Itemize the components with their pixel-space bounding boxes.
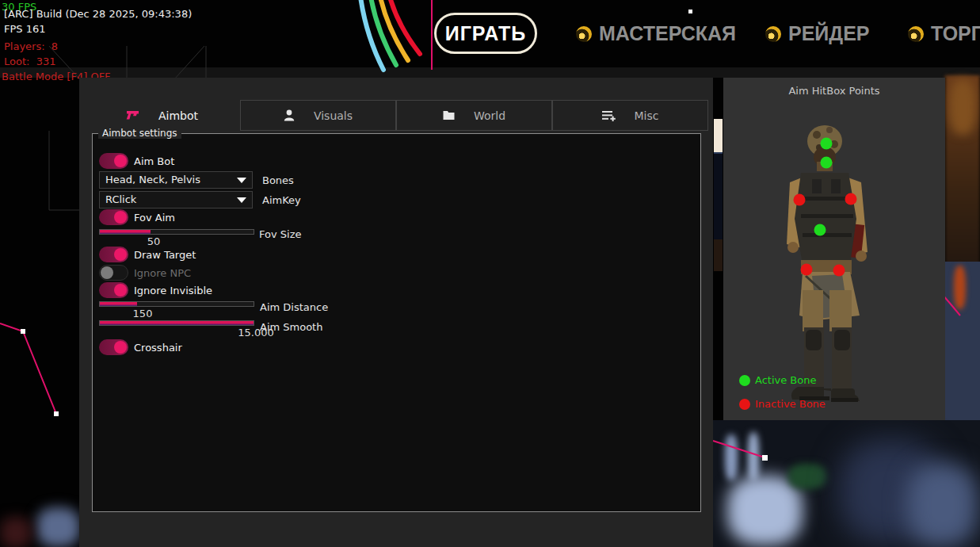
hitbox-dot-neck[interactable] [821, 157, 833, 169]
aim-smooth-slider[interactable] [99, 320, 254, 326]
hitbox-dots [723, 78, 945, 420]
hitbox-points-panel: Aim HitBox Points [723, 78, 945, 420]
background-blue-shadow [840, 440, 943, 543]
ignore-invisible-toggle[interactable] [99, 282, 128, 298]
fps-counter-text: FPS 161 [4, 23, 46, 35]
toggle-knob [114, 155, 127, 167]
fov-aim-label: Fov Aim [134, 212, 175, 224]
coin-icon [765, 26, 781, 42]
nav-item-market-clip: ТОРГО [903, 0, 980, 63]
background-bottom-left-red [0, 517, 32, 547]
draw-target-label: Draw Target [134, 249, 196, 261]
chevron-down-icon [237, 178, 246, 183]
crosshair-toggle[interactable] [99, 339, 128, 355]
group-title: Aimbot settings [98, 128, 181, 139]
toggle-knob [114, 248, 127, 261]
hitbox-dot-right-hip[interactable] [833, 265, 845, 277]
build-info-text: [ARC] Build (Dec 28 2025, 09:43:38) [4, 8, 192, 20]
nav-item-workshop[interactable]: МАСТЕРСКАЯ [576, 22, 736, 45]
playlist-add-icon [602, 110, 616, 121]
nav-label: МАСТЕРСКАЯ [599, 22, 736, 45]
legend-inactive-bone: Inactive Bone [739, 398, 826, 410]
aim-bot-toggle[interactable] [99, 153, 128, 169]
fov-size-slider[interactable] [99, 229, 254, 235]
hitbox-dot-head[interactable] [821, 138, 833, 150]
chevron-down-icon [237, 197, 246, 203]
tab-label: World [474, 109, 505, 122]
folder-icon [443, 110, 455, 120]
hitbox-dot-pelvis[interactable] [814, 224, 826, 236]
legend-label: Active Bone [755, 374, 816, 386]
bones-dropdown-value: Head, Neck, Pelvis [105, 174, 200, 186]
background-lower-scene [713, 420, 980, 547]
tab-label: Misc [635, 109, 659, 122]
loot-counter-text: Loot: 331 [4, 55, 55, 67]
background-window-glow-1 [725, 434, 738, 480]
ignore-invisible-label: Ignore Invisible [134, 285, 212, 296]
players-counter-text: Players: 8 [4, 40, 58, 52]
draw-target-toggle[interactable] [99, 247, 128, 262]
fov-aim-toggle[interactable] [99, 209, 128, 225]
background-snow-glow [727, 476, 803, 545]
background-blue-wall [907, 464, 978, 547]
nav-item-market[interactable]: ТОРГО [908, 22, 980, 45]
tab-label: Visuals [314, 109, 353, 122]
toggle-knob [114, 211, 127, 224]
pistol-icon [126, 110, 139, 120]
toggle-knob [114, 284, 127, 296]
background-rock [945, 75, 980, 266]
coin-icon [908, 26, 924, 42]
bones-label: Bones [262, 174, 294, 186]
aim-bot-label: Aim Bot [134, 155, 174, 167]
aim-distance-slider[interactable] [99, 301, 254, 307]
toggle-knob [114, 341, 127, 354]
cheat-menu-panel: Aimbot Visuals World [79, 78, 713, 547]
tab-label: Aimbot [158, 109, 198, 122]
play-button[interactable]: ИГРАТЬ [434, 13, 537, 54]
hitbox-dot-left-hip[interactable] [801, 264, 813, 276]
background-rock-highlight [949, 79, 976, 135]
inactive-bone-dot-icon [739, 399, 750, 410]
coin-icon [576, 26, 592, 42]
nav-item-raider[interactable]: РЕЙДЕР [765, 22, 869, 45]
ignore-npc-toggle[interactable] [99, 265, 128, 281]
game-screen: 30 FPS [ARC] Build (Dec 28 2025, 09:43:3… [0, 0, 980, 547]
background-bottom-left-glow [36, 507, 80, 547]
tab-misc[interactable]: Misc [552, 100, 708, 131]
hitbox-dot-right-shoulder[interactable] [845, 193, 857, 205]
slider-fill [100, 302, 137, 306]
person-icon [284, 109, 295, 121]
toggle-knob [101, 266, 113, 279]
aimbot-settings-group: Aimbot settings Aim Bot Head, Neck, Pelv… [92, 133, 701, 512]
aimkey-label: AimKey [262, 194, 301, 206]
background-gap-light [714, 119, 723, 152]
aimkey-dropdown-value: RClick [105, 193, 136, 205]
aim-smooth-label: Aim Smooth [260, 321, 322, 333]
slider-fill [100, 230, 151, 234]
bones-dropdown[interactable]: Head, Neck, Pelvis [99, 171, 253, 189]
tab-aimbot[interactable]: Aimbot [84, 100, 240, 131]
slider-fill [100, 321, 254, 325]
hitbox-dot-left-shoulder[interactable] [794, 194, 806, 206]
fov-size-value: 50 [147, 235, 161, 247]
tab-visuals[interactable]: Visuals [240, 100, 396, 131]
crosshair-label: Crosshair [134, 342, 182, 354]
background-green-sign [788, 464, 826, 489]
background-band [0, 67, 980, 78]
background-orange-object [954, 266, 966, 309]
fov-size-label: Fov Size [259, 228, 301, 240]
legend-label: Inactive Bone [755, 398, 826, 410]
background-gap-brown [714, 239, 723, 271]
nav-label: РЕЙДЕР [788, 22, 869, 45]
nav-label: ТОРГО [931, 22, 980, 45]
active-bone-dot-icon [739, 375, 750, 386]
background-window-wall [945, 262, 980, 428]
background-gap-monitor [714, 152, 723, 241]
tab-world[interactable]: World [396, 100, 552, 131]
ignore-npc-label: Ignore NPC [134, 267, 191, 279]
background-window-glow-2 [748, 432, 759, 481]
aim-distance-label: Aim Distance [260, 301, 328, 313]
legend-active-bone: Active Bone [739, 374, 816, 386]
aim-distance-value: 150 [133, 308, 153, 319]
aimkey-dropdown[interactable]: RClick [99, 191, 253, 208]
